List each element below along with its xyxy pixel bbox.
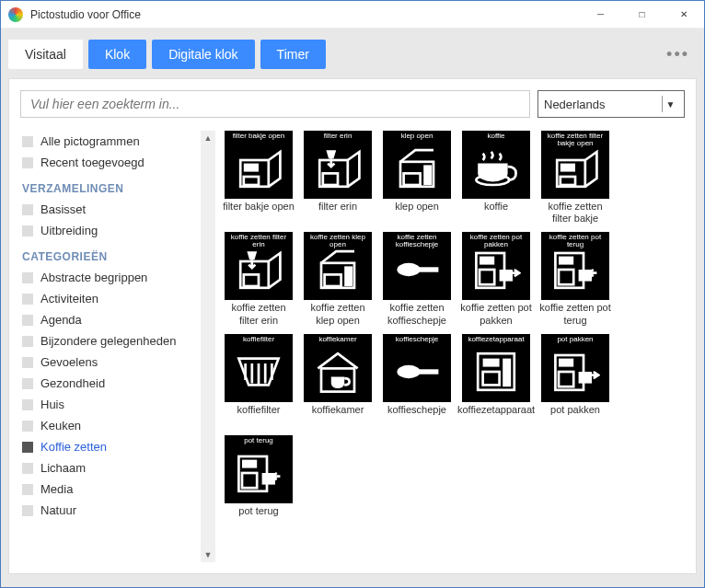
pictogram-label: koffiefilter [237,404,281,428]
sidebar-category-natuur[interactable]: Natuur [20,500,197,521]
checkbox-icon [22,505,33,516]
svg-rect-29 [419,369,439,374]
sidebar-item-label: Gezondheid [40,376,105,390]
more-menu-icon[interactable]: ••• [666,45,689,64]
sidebar-top-recent-toegevoegd[interactable]: Recent toegevoegd [20,152,197,173]
content-area: VisitaalKlokDigitale klokTimer ••• Neder… [1,29,704,587]
pictogram-item[interactable]: koffiezetapparaatkoffiezetapparaat [460,334,532,428]
pictogram-image: koffie zetten filter bakje open [541,131,609,199]
minimize-button[interactable]: ─ [580,1,621,29]
pictogram-item[interactable]: koffieschepjekoffieschepje [381,334,453,428]
tab-visitaal[interactable]: Visitaal [8,40,83,69]
sidebar-item-label: Abstracte begrippen [40,271,147,284]
language-select[interactable]: Nederlands ▼ [537,90,685,118]
svg-rect-21 [480,270,494,284]
sidebar-category-media[interactable]: Media [20,478,197,500]
sidebar-collection-uitbreiding[interactable]: Uitbreiding [20,220,197,241]
maximize-button[interactable]: □ [621,1,663,29]
sidebar-category-keuken[interactable]: Keuken [20,415,197,436]
pictogram-image: koffie zetten pot terug [541,232,609,300]
pictogram-caption: pot terug [225,437,293,444]
pictogram-caption: koffie zetten koffieschepje [383,234,451,248]
pictogram-item[interactable]: koffiefilterkoffiefilter [223,334,295,428]
pictogram-item[interactable]: koffiekoffie [460,131,532,225]
language-selected: Nederlands [544,98,606,111]
checkbox-icon [22,225,33,236]
scroll-up-icon[interactable]: ▲ [201,131,215,145]
pictogram-image: koffiezetapparaat [462,334,530,402]
sidebar-category-huis[interactable]: Huis [20,394,197,415]
sidebar-item-label: Recent toegevoegd [40,156,144,169]
tab-timer[interactable]: Timer [260,40,326,69]
sidebar-item-label: Uitbreiding [40,224,98,237]
tab-klok[interactable]: Klok [88,40,146,69]
checkbox-icon [22,136,33,147]
svg-rect-25 [559,270,573,284]
pictogram-caption: koffiezetapparaat [462,336,530,343]
pictogram-caption: klep open [383,133,451,140]
main-panel: Nederlands ▼ Alle pictogrammenRecent toe… [8,78,697,574]
tab-row: VisitaalKlokDigitale klokTimer ••• [8,40,697,69]
svg-rect-31 [483,358,500,366]
svg-rect-32 [483,372,500,385]
pictogram-item[interactable]: koffiekamerkoffiekamer [302,334,374,428]
svg-rect-20 [480,257,494,265]
sidebar-category-agenda[interactable]: Agenda [20,309,197,330]
pictogram-caption: koffie zetten klep open [304,234,372,248]
sidebar-category-koffie-zetten[interactable]: Koffie zetten [20,436,197,457]
search-row: Nederlands ▼ [20,90,685,118]
sidebar-scrollbar[interactable]: ▲ ▼ [201,131,215,562]
pictogram-item[interactable]: pot pakkenpot pakken [539,334,611,428]
sidebar-category-activiteiten[interactable]: Activiteiten [20,288,197,309]
sidebar-collection-basisset[interactable]: Basisset [20,199,197,220]
pictogram-caption: koffiekamer [304,336,372,343]
pictogram-item[interactable]: koffie zetten koffieschepjekoffie zetten… [381,232,453,326]
svg-rect-22 [500,270,513,282]
pictogram-item[interactable]: koffie zetten pot pakkenkoffie zetten po… [460,232,532,326]
checkbox-icon [22,336,33,347]
checkbox-icon [22,157,33,168]
sidebar-category-gevoelens[interactable]: Gevoelens [20,352,197,373]
pictogram-image: klep open [383,131,451,199]
sidebar-item-label: Agenda [40,313,82,327]
pictogram-caption: filter bakje open [225,133,293,140]
sidebar: Alle pictogrammenRecent toegevoegdVERZAM… [20,131,215,562]
pictogram-item[interactable]: koffie zetten pot terugkoffie zetten pot… [539,232,611,326]
checkbox-icon [22,378,33,389]
pictogram-item[interactable]: koffie zetten filter erinkoffie zetten f… [223,232,295,326]
pictogram-label: pot terug [238,505,278,529]
scroll-down-icon[interactable]: ▼ [201,548,215,562]
sidebar-top-alle-pictogrammen[interactable]: Alle pictogrammen [20,131,197,152]
pictogram-image: koffie zetten filter erin [225,232,293,300]
svg-rect-24 [559,257,573,265]
pictogram-caption: koffiefilter [225,336,293,343]
svg-rect-37 [579,372,592,384]
svg-rect-18 [419,268,439,272]
sidebar-category-lichaam[interactable]: Lichaam [20,457,197,478]
pictogram-caption: koffieschepje [383,336,451,343]
pictogram-item[interactable]: filter bakje openfilter bakje open [223,131,295,225]
sidebar-item-label: Alle pictogrammen [40,134,140,148]
tab-digitale-klok[interactable]: Digitale klok [152,40,254,69]
checkbox-icon [22,484,33,495]
pictogram-item[interactable]: klep openklep open [381,131,453,225]
pictogram-caption: koffie zetten filter bakje open [541,133,609,147]
pictogram-caption: filter erin [304,133,372,140]
sidebar-item-label: Natuur [40,503,76,517]
pictogram-grid: filter bakje openfilter bakje openfilter… [219,131,685,562]
pictogram-label: filter bakje open [223,201,295,225]
pictogram-label: koffie zetten filter erin [223,302,295,326]
sidebar-category-abstracte-begrippen[interactable]: Abstracte begrippen [20,267,197,288]
pictogram-image: koffie zetten klep open [304,232,372,300]
pictogram-item[interactable]: filter erinfilter erin [302,131,374,225]
pictogram-item[interactable]: koffie zetten filter bakje openkoffie ze… [539,131,611,225]
sidebar-category-bijzondere-gelegenheden[interactable]: Bijzondere gelegenheden [20,330,197,352]
pictogram-label: koffie zetten pot pakken [460,302,532,326]
search-input[interactable] [20,90,530,118]
pictogram-item[interactable]: koffie zetten klep openkoffie zetten kle… [302,232,374,326]
pictogram-caption: koffie zetten pot terug [541,234,609,248]
pictogram-item[interactable]: pot terugpot terug [223,435,295,529]
close-button[interactable]: ✕ [663,1,704,29]
sidebar-category-gezondheid[interactable]: Gezondheid [20,373,197,394]
pictogram-label: pot pakken [550,404,600,428]
